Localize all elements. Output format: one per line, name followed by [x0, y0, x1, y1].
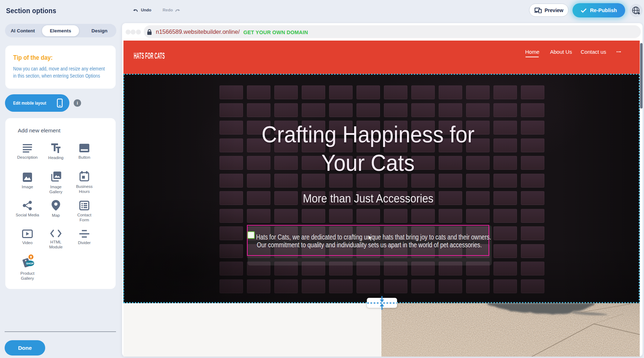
svg-text:SHOP: SHOP — [26, 262, 33, 265]
